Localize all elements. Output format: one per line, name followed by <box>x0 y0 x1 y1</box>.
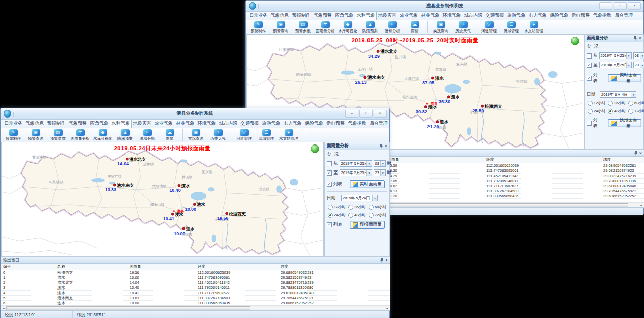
toolbar-edit-button[interactable]: ✎预警制作 <box>2 128 24 142</box>
tab-3[interactable]: 预报制作 <box>46 119 67 128</box>
realtime-areal-rain-button[interactable]: 实时面雨量 <box>608 74 641 82</box>
table-row[interactable]: 4溇水10.41111.71121968762729.6188012485048 <box>1 291 390 296</box>
toolbar-live-query-button[interactable]: ▣实况查询 <box>430 20 452 34</box>
duration-radio-60小时[interactable]: 60小时 <box>369 205 389 210</box>
table-row[interactable]: 0松滋西支19.56112.00160562503929.68905495322… <box>1 270 390 275</box>
toolbar-hydro-station-button[interactable]: ♦水文站管理 <box>278 128 300 142</box>
tab-6[interactable]: 水利气象 <box>355 11 376 20</box>
tab-12[interactable]: 交通预报 <box>239 119 260 128</box>
tab-9[interactable]: 林业气象 <box>419 11 441 20</box>
toolbar-overflow-button[interactable]: ≈漫坝分析 <box>381 20 404 34</box>
duration-radio-36小时[interactable]: 36小时 <box>348 205 369 210</box>
toolbar-river-button[interactable]: ▽河道管理 <box>478 20 500 34</box>
pin-icon[interactable] <box>380 257 384 263</box>
tab-13[interactable]: 旅游气象 <box>506 11 527 20</box>
realtime-areal-rain-button[interactable]: 实时面雨量 <box>350 180 385 188</box>
forecast-areal-rain-button[interactable]: 预报面雨量 <box>608 119 641 127</box>
toolbar-areal-rain-button[interactable]: ☂面雨量分析 <box>69 128 91 142</box>
tab-3[interactable]: 预报制作 <box>291 11 312 20</box>
tab-1[interactable]: 日常业务 <box>3 119 24 128</box>
toolbar-overflow-button[interactable]: ≈漫坝分析 <box>136 128 159 142</box>
toolbar-river-button[interactable]: ▽河道管理 <box>233 128 255 142</box>
tab-14[interactable]: 电力气象 <box>282 119 303 128</box>
tab-18[interactable]: 后台管理 <box>613 11 634 20</box>
panel-close-icon[interactable]: × <box>385 258 388 263</box>
tab-14[interactable]: 电力气象 <box>527 11 548 20</box>
tab-17[interactable]: 气象指数 <box>592 11 613 20</box>
duration-radio-72小时[interactable]: 72小时 <box>369 213 389 218</box>
table-row[interactable]: 3渫水10.40111.79200514601129.7888011350086 <box>1 285 390 291</box>
tab-8[interactable]: 农业气象 <box>398 11 419 20</box>
duration-radio-36小时[interactable]: 36小时 <box>608 101 628 106</box>
station-dot[interactable] <box>364 76 366 79</box>
tab-11[interactable]: 城市内涝 <box>463 11 484 20</box>
station-dot[interactable] <box>113 184 116 186</box>
station-dot[interactable] <box>171 213 174 215</box>
from-hour-select[interactable]: 08▼ <box>633 52 644 59</box>
tab-7[interactable]: 地质灾害 <box>132 119 153 128</box>
toolbar-basin-button[interactable]: ☰流域管理 <box>255 128 278 142</box>
tab-9[interactable]: 林业气象 <box>174 119 196 128</box>
duration-radio-60小时[interactable]: 60小时 <box>628 101 644 106</box>
tab-16[interactable]: 雷电预警 <box>570 11 591 20</box>
table-row[interactable]: 2澧水北支14.04111.45210541134229.88234757162… <box>1 280 390 285</box>
from-checkbox[interactable] <box>327 161 332 166</box>
pin-icon[interactable] <box>633 36 637 41</box>
tab-13[interactable]: 旅游气象 <box>260 119 282 128</box>
close-button[interactable]: × <box>628 2 641 10</box>
table-row[interactable]: 1澧水10.00111.74708309506129.582156374923 <box>1 275 390 280</box>
station-dot[interactable] <box>424 105 427 108</box>
restore-button[interactable]: ▫ <box>359 110 373 118</box>
toolbar-rain-button[interactable]: ☁雨情 <box>159 128 181 142</box>
title-bar[interactable]: | 澧县业务制作系统 – ▫ × <box>1 108 389 120</box>
scroll-left-icon[interactable]: ◄ <box>1 307 6 310</box>
toolbar-history-button[interactable]: ◔历史天气 <box>207 128 229 142</box>
toolbar-query-button[interactable]: ◉预警查询 <box>24 128 47 142</box>
panel-close-icon[interactable]: × <box>639 151 642 156</box>
tab-2[interactable]: 气象信息 <box>269 11 290 20</box>
tab-16[interactable]: 雷电预警 <box>325 119 346 128</box>
forecast-list-checkbox[interactable] <box>587 121 592 126</box>
close-button[interactable]: × <box>374 110 387 118</box>
from-date-select[interactable]: 2019年 5月25日▼ <box>599 52 632 59</box>
tab-15[interactable]: 保险气象 <box>548 11 570 20</box>
duration-radio-24小时[interactable]: 24小时 <box>588 109 608 114</box>
live-list-checkbox[interactable]: ✓ <box>587 76 592 81</box>
duration-radio-12小时[interactable]: 12小时 <box>328 205 348 210</box>
scrollbar-thumb[interactable] <box>6 306 250 310</box>
toolbar-params-button[interactable]: ▤预警参数 <box>47 128 69 142</box>
to-hour-select[interactable]: 20▼ <box>633 62 644 68</box>
tab-5[interactable]: 应急气象 <box>333 11 355 20</box>
scroll-right-icon[interactable]: ► <box>385 307 390 310</box>
toolbar-flood-plan-button[interactable]: ▲防汛预案 <box>114 128 136 142</box>
toolbar-reservoir-button[interactable]: ◆水库可视化 <box>336 20 359 34</box>
toolbar-rain-button[interactable]: ☁雨情 <box>404 20 426 34</box>
toolbar-hydro-station-button[interactable]: ♦水文站管理 <box>523 20 545 34</box>
pin-icon[interactable] <box>379 143 383 149</box>
station-dot[interactable] <box>178 184 180 187</box>
forecast-list-checkbox[interactable]: ✓ <box>327 222 332 227</box>
station-dot[interactable] <box>126 158 128 160</box>
tab-10[interactable]: 环境气象 <box>441 11 463 20</box>
toolbar-flood-plan-button[interactable]: ▲防汛预案 <box>359 20 381 34</box>
pin-icon[interactable] <box>634 151 638 156</box>
duration-radio-12小时[interactable]: 12小时 <box>588 101 608 106</box>
toolbar-history-button[interactable]: ◔历史天气 <box>452 20 474 34</box>
title-bar[interactable]: | 澧县业务制作系统 – ▫ × <box>246 1 643 12</box>
tab-5[interactable]: 应急气象 <box>88 119 110 128</box>
tab-4[interactable]: 气象预警 <box>67 119 88 128</box>
tab-7[interactable]: 地质灾害 <box>377 11 398 20</box>
duration-radio-48小时[interactable]: 48小时 <box>608 109 628 114</box>
panel-close-icon[interactable]: × <box>385 144 387 149</box>
horizontal-scrollbar[interactable]: ◄ ► <box>1 305 390 310</box>
tab-6[interactable]: 水利气象 <box>110 119 131 128</box>
tab-17[interactable]: 气象指数 <box>347 119 368 128</box>
tab-12[interactable]: 交通预报 <box>484 11 505 20</box>
duration-radio-48小时[interactable]: 48小时 <box>348 213 369 218</box>
station-dot[interactable] <box>182 227 185 230</box>
table-row[interactable]: 5澧水南支13.83111.39726718450329.70544766759… <box>1 296 390 301</box>
tab-15[interactable]: 保险气象 <box>303 119 325 128</box>
scrollbar-thumb[interactable] <box>388 203 628 207</box>
to-checkbox[interactable]: ✓ <box>327 170 332 176</box>
toolbar-query-button[interactable]: ◉预警查询 <box>269 20 292 34</box>
